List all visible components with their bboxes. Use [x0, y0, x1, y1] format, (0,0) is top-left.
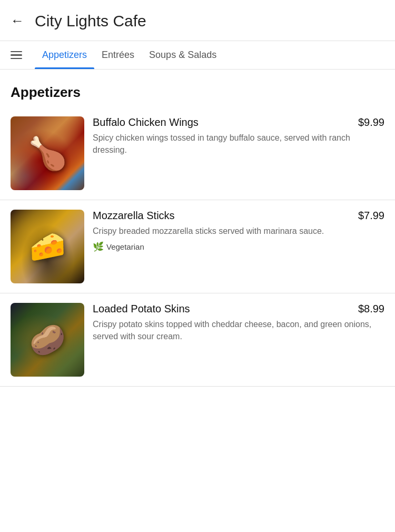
header: ← City Lights Cafe [0, 0, 395, 41]
item-image-buffalo-chicken-wings [11, 116, 84, 190]
menu-item-mozzarella-sticks[interactable]: Mozzarella Sticks $7.99 Crispy breaded m… [0, 200, 395, 293]
back-button[interactable]: ← [8, 11, 26, 31]
tab-entrees[interactable]: Entrées [94, 41, 142, 69]
section-title: Appetizers [0, 70, 395, 107]
item-name-mozzarella-sticks: Mozzarella Sticks [93, 210, 354, 222]
menu-list-icon-button[interactable] [8, 43, 24, 68]
item-price-buffalo-chicken-wings: $9.99 [358, 116, 384, 129]
menu-item-buffalo-chicken-wings[interactable]: Buffalo Chicken Wings $9.99 Spicy chicke… [0, 107, 395, 200]
tab-soups-salads[interactable]: Soups & Salads [142, 41, 224, 69]
menu-list: Buffalo Chicken Wings $9.99 Spicy chicke… [0, 107, 395, 387]
item-header-loaded-potato-skins: Loaded Potato Skins $8.99 [93, 303, 384, 315]
item-content-loaded-potato-skins: Loaded Potato Skins $8.99 Crispy potato … [93, 303, 384, 347]
back-arrow-icon: ← [11, 13, 24, 29]
menu-item-loaded-potato-skins[interactable]: Loaded Potato Skins $8.99 Crispy potato … [0, 293, 395, 387]
tab-appetizers[interactable]: Appetizers [35, 41, 94, 69]
leaf-icon: 🌿 [93, 241, 104, 252]
item-description-loaded-potato-skins: Crispy potato skins topped with cheddar … [93, 318, 384, 342]
item-description-mozzarella-sticks: Crispy breaded mozzarella sticks served … [93, 225, 384, 237]
item-header-buffalo-chicken-wings: Buffalo Chicken Wings $9.99 [93, 116, 384, 129]
item-name-buffalo-chicken-wings: Buffalo Chicken Wings [93, 116, 354, 129]
item-image-loaded-potato-skins [11, 303, 84, 377]
item-price-loaded-potato-skins: $8.99 [358, 303, 384, 315]
item-content-mozzarella-sticks: Mozzarella Sticks $7.99 Crispy breaded m… [93, 210, 384, 252]
vegetarian-label: Vegetarian [106, 242, 144, 251]
item-description-buffalo-chicken-wings: Spicy chicken wings tossed in tangy buff… [93, 132, 384, 156]
menu-line-2 [11, 54, 22, 56]
item-price-mozzarella-sticks: $7.99 [358, 210, 384, 222]
item-name-loaded-potato-skins: Loaded Potato Skins [93, 303, 354, 315]
vegetarian-badge: 🌿 Vegetarian [93, 241, 144, 252]
menu-line-3 [11, 58, 22, 60]
item-header-mozzarella-sticks: Mozzarella Sticks $7.99 [93, 210, 384, 222]
item-image-mozzarella-sticks [11, 210, 84, 283]
tab-bar: Appetizers Entrées Soups & Salads [0, 41, 395, 70]
item-content-buffalo-chicken-wings: Buffalo Chicken Wings $9.99 Spicy chicke… [93, 116, 384, 160]
menu-line-1 [11, 51, 22, 53]
page-title: City Lights Cafe [35, 12, 146, 30]
